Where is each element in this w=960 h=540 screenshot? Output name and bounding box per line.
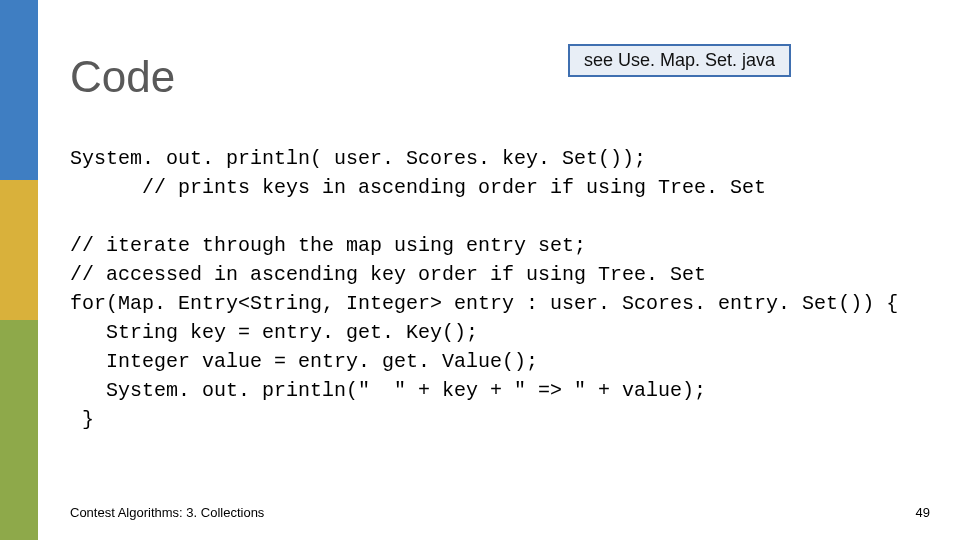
accent-gold [0,180,38,320]
code-block: System. out. println( user. Scores. key.… [70,144,930,434]
footer-text: Contest Algorithms: 3. Collections [70,505,264,520]
page-number: 49 [916,505,930,520]
accent-green [0,320,38,540]
sidebar-accent [0,0,38,540]
slide-title: Code [70,52,175,102]
slide: Code see Use. Map. Set. java System. out… [0,0,960,540]
accent-blue [0,0,38,180]
callout-box: see Use. Map. Set. java [568,44,791,77]
